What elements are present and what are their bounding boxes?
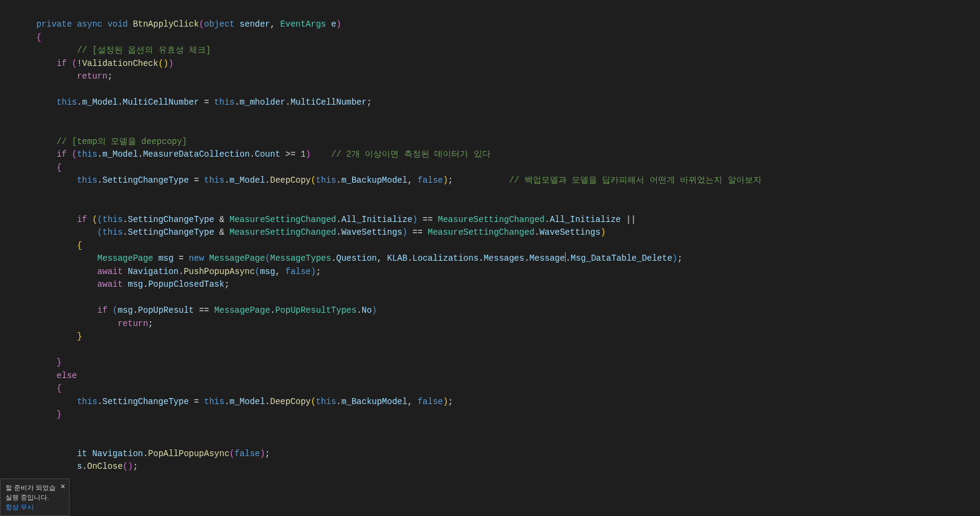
keyword: this <box>77 149 97 159</box>
variable: msg <box>128 279 143 289</box>
type: MeasureSettingChanged <box>229 227 336 237</box>
member: SettingChangeType <box>128 215 214 224</box>
code-editor[interactable]: private async void BtnApplyClick(object … <box>0 0 980 516</box>
keyword: this <box>214 97 235 107</box>
member: m_Model <box>102 149 138 159</box>
close-icon[interactable]: × <box>60 482 65 491</box>
type: MessagePage <box>214 305 270 315</box>
member: PopUpResult <box>138 305 194 315</box>
variable: msg <box>117 305 132 315</box>
keyword: if <box>57 149 67 159</box>
keyword: return <box>77 71 107 81</box>
type: MessagePage <box>209 253 265 263</box>
type: MessagePage <box>97 253 153 263</box>
member: MultiCellNumber <box>290 97 367 107</box>
literal: false <box>286 267 311 276</box>
keyword: if <box>57 59 67 68</box>
parameter: sender <box>240 19 270 29</box>
variable: msg <box>158 253 174 263</box>
method-call: PushPopupAsync <box>184 267 255 276</box>
type: MeasureSettingChanged <box>229 215 336 224</box>
notification-action-link[interactable]: 항상 무시 <box>5 502 64 512</box>
member: SettingChangeType <box>128 227 214 237</box>
type: MeasureSettingChanged <box>438 215 544 224</box>
keyword: else <box>57 371 77 380</box>
member: m_BackupModel <box>341 175 407 185</box>
member: Localizations <box>413 253 479 263</box>
method-call: ValidationCheck <box>82 59 158 68</box>
type: MessageTypes <box>270 253 332 263</box>
member: WaveSettings <box>341 227 402 237</box>
keyword: if <box>97 305 108 315</box>
comment: // [설정된 옵션의 유효성 체크] <box>77 45 211 55</box>
type: MeasureSettingChanged <box>428 227 534 237</box>
member: m_Model <box>82 97 118 107</box>
keyword: this <box>77 397 97 407</box>
keyword: this <box>57 97 77 107</box>
keyword: object <box>204 19 234 29</box>
member: Question <box>336 253 377 263</box>
member: WaveSettings <box>540 227 601 237</box>
keyword: return <box>117 319 148 328</box>
comment: // 백업모델과 모델을 딥카피해서 어떤게 바뀌었는지 알아보자 <box>509 175 761 185</box>
member: SettingChangeType <box>102 397 189 407</box>
method-call: PopAllPopupAsync <box>148 449 229 459</box>
member: All_Initialize <box>550 215 621 224</box>
member: Message <box>529 253 565 263</box>
method-call: DeepCopy <box>270 175 311 185</box>
keyword: async <box>77 19 102 29</box>
member: m_BackupModel <box>341 397 407 407</box>
member: MeasureDataCollection <box>143 149 249 159</box>
keyword: await <box>97 267 123 276</box>
member: Navigation <box>92 449 143 459</box>
variable: msg <box>260 267 275 276</box>
text: it <box>77 449 87 459</box>
comment: // 2개 이상이면 측정된 데이터가 있다 <box>331 149 490 159</box>
member: PopupClosedTask <box>148 279 224 289</box>
keyword: await <box>97 279 123 289</box>
member: MultiCellNumber <box>123 97 199 107</box>
method-name: BtnApplyClick <box>133 19 199 29</box>
member: KLAB <box>387 253 408 263</box>
keyword: this <box>102 227 123 237</box>
keyword: this <box>316 397 336 407</box>
keyword: this <box>204 175 224 185</box>
notification-toast: × 할 준비가 되었습 실행 중입니다. 항상 무시 <box>0 478 70 516</box>
keyword: void <box>108 19 128 29</box>
member: m_Model <box>229 397 265 407</box>
notification-line: 할 준비가 되었습 <box>5 483 64 492</box>
member: Navigation <box>128 267 178 276</box>
comment: // [temp의 모델을 deepcopy] <box>57 137 188 146</box>
keyword: this <box>316 175 336 185</box>
keyword: this <box>77 175 97 185</box>
parameter: e <box>331 19 336 29</box>
type: EventArgs <box>280 19 326 29</box>
literal: false <box>417 397 443 407</box>
member: Msg_DataTable_Delete <box>570 253 672 263</box>
keyword: this <box>204 397 224 407</box>
method-call: DeepCopy <box>270 397 311 407</box>
member: All_Initialize <box>341 215 413 224</box>
member: m_mholder <box>240 97 286 107</box>
member: Messages <box>483 253 524 263</box>
member: No <box>362 305 372 315</box>
text: s <box>77 462 82 471</box>
literal: false <box>417 175 443 185</box>
keyword: private <box>36 19 72 29</box>
keyword: this <box>102 215 123 224</box>
type: PopUpResultTypes <box>275 305 356 315</box>
method-call: OnClose <box>87 462 123 471</box>
member: m_Model <box>229 175 265 185</box>
member: Count <box>255 149 280 159</box>
notification-line: 실행 중입니다. <box>5 492 64 502</box>
keyword: if <box>77 215 87 224</box>
keyword: new <box>189 253 204 263</box>
member: SettingChangeType <box>102 175 189 185</box>
literal: false <box>235 449 260 459</box>
